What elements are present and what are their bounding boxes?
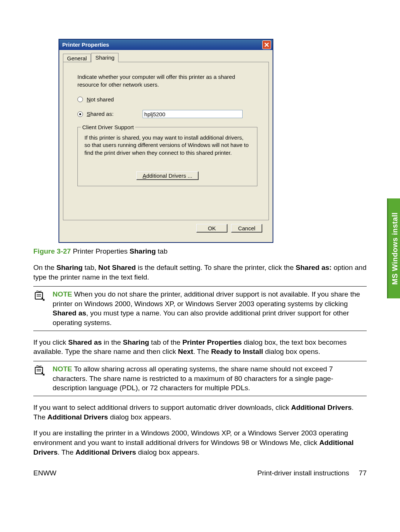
page-footer: ENWW Print-driver install instructions77 — [33, 468, 367, 478]
sharing-panel: Indicate whether your computer will offe… — [63, 62, 269, 220]
client-driver-support-group: Client Driver Support If this printer is… — [77, 127, 257, 186]
footer-right: Print-driver install instructions77 — [257, 468, 367, 478]
radio-not-shared-label: Not shared — [87, 96, 114, 103]
note-2: NOTE To allow sharing across all operati… — [33, 361, 367, 396]
ok-button[interactable]: OK — [196, 224, 227, 232]
paragraph-3: If you want to select additional drivers… — [33, 403, 367, 422]
additional-drivers-button[interactable]: Additional Drivers ... — [136, 171, 199, 180]
radio-not-shared[interactable]: Not shared — [77, 96, 257, 103]
note-icon — [33, 290, 46, 328]
paragraph-4: If you are installing the printer in a W… — [33, 428, 367, 457]
paragraph-2: If you click Shared as in the Sharing ta… — [33, 338, 367, 357]
fieldset-legend: Client Driver Support — [81, 124, 135, 131]
figure-caption: Figure 3-27 Printer Properties Sharing t… — [33, 247, 367, 256]
close-icon[interactable] — [262, 40, 271, 49]
dialog-footer: OK Cancel — [63, 220, 269, 238]
dialog-titlebar: Printer Properties — [59, 40, 273, 50]
paragraph-1: On the Sharing tab, Not Shared is the de… — [33, 263, 367, 282]
radio-shared-label: Shared as: — [87, 110, 114, 118]
radio-icon — [77, 97, 83, 102]
tabs: General Sharing — [63, 53, 269, 62]
tab-sharing[interactable]: Sharing — [91, 53, 119, 62]
cancel-button[interactable]: Cancel — [231, 224, 262, 232]
note-1: NOTE When you do not share the printer, … — [33, 286, 367, 331]
radio-shared-as[interactable]: Shared as: — [77, 110, 257, 118]
radio-icon — [77, 111, 83, 117]
footer-left: ENWW — [33, 468, 56, 478]
note-icon — [33, 364, 46, 393]
section-side-tab: MS Windows install — [387, 198, 400, 298]
dialog-body: General Sharing Indicate whether your co… — [59, 50, 273, 242]
fieldset-text: If this printer is shared, you may want … — [84, 134, 250, 157]
dialog-title: Printer Properties — [62, 41, 109, 48]
figure-number: Figure 3-27 — [33, 247, 71, 255]
note-1-text: NOTE When you do not share the printer, … — [49, 290, 367, 328]
note-2-text: NOTE To allow sharing across all operati… — [49, 364, 367, 393]
share-name-input[interactable] — [143, 110, 243, 118]
sharing-intro: Indicate whether your computer will offe… — [77, 73, 257, 88]
printer-properties-dialog: Printer Properties General Sharing Indic… — [59, 39, 273, 243]
